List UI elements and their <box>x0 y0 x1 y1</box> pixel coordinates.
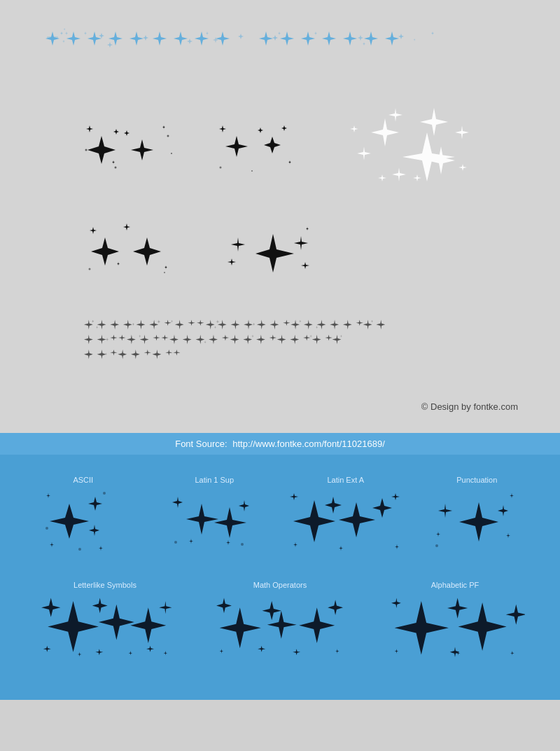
svg-marker-113 <box>330 320 339 330</box>
svg-marker-32 <box>385 32 399 46</box>
glyph-label-alphabeticpf: Alphabetic PF <box>431 581 479 589</box>
copyright-text: © Design by fontke.com <box>42 401 518 412</box>
glyph-label-latinexta: Latin Ext A <box>327 476 364 484</box>
svg-marker-128 <box>161 335 168 340</box>
svg-marker-109 <box>299 320 301 323</box>
svg-marker-108 <box>290 320 300 330</box>
svg-marker-53 <box>281 125 287 131</box>
svg-rect-4 <box>47 36 58 39</box>
svg-marker-44 <box>162 125 165 129</box>
svg-marker-94 <box>171 320 173 323</box>
svg-marker-20 <box>213 37 218 43</box>
svg-marker-37 <box>414 39 416 41</box>
svg-marker-110 <box>304 320 313 330</box>
svg-marker-2 <box>60 32 63 35</box>
svg-marker-29 <box>358 35 363 41</box>
svg-marker-171 <box>189 539 193 544</box>
svg-marker-117 <box>371 320 373 323</box>
svg-marker-199 <box>146 646 154 652</box>
svg-marker-141 <box>290 335 299 345</box>
svg-marker-210 <box>293 649 300 655</box>
svg-marker-169 <box>172 497 183 508</box>
glyph-cell-latinexta: Latin Ext A <box>284 476 408 560</box>
svg-marker-213 <box>395 601 449 654</box>
svg-point-56 <box>251 170 253 172</box>
svg-marker-142 <box>303 335 310 340</box>
svg-marker-140 <box>277 335 286 345</box>
svg-marker-139 <box>270 335 276 340</box>
svg-marker-176 <box>339 502 375 537</box>
svg-marker-112 <box>316 326 318 329</box>
glyph-label-mathoperators: Math Operators <box>253 581 307 589</box>
svg-marker-145 <box>325 335 332 340</box>
svg-marker-154 <box>144 350 151 355</box>
svg-marker-207 <box>216 598 232 614</box>
svg-marker-96 <box>188 320 195 326</box>
svg-marker-73 <box>117 262 120 266</box>
svg-marker-162 <box>50 542 54 547</box>
svg-marker-124 <box>127 335 136 345</box>
svg-marker-146 <box>332 335 342 345</box>
svg-marker-84 <box>92 320 94 323</box>
svg-marker-196 <box>159 601 172 614</box>
svg-marker-71 <box>90 227 97 234</box>
svg-marker-182 <box>339 546 343 551</box>
svg-marker-136 <box>243 335 252 345</box>
svg-marker-66 <box>458 164 467 171</box>
svg-marker-72 <box>123 223 130 230</box>
svg-marker-11 <box>107 42 113 48</box>
svg-marker-35 <box>431 32 434 35</box>
glyph-cell-mathoperators: Math Operators <box>196 581 364 665</box>
svg-marker-126 <box>139 335 141 338</box>
preview-row2-col1 <box>84 223 196 287</box>
svg-marker-138 <box>256 335 265 345</box>
svg-marker-21 <box>259 32 273 46</box>
svg-marker-115 <box>356 320 363 326</box>
svg-point-166 <box>103 492 106 495</box>
svg-marker-106 <box>270 320 279 330</box>
svg-marker-52 <box>258 128 263 133</box>
svg-marker-125 <box>140 335 149 345</box>
svg-marker-161 <box>46 493 50 498</box>
svg-marker-198 <box>95 649 103 655</box>
svg-marker-131 <box>196 335 205 345</box>
svg-point-76 <box>164 272 165 273</box>
svg-marker-51 <box>264 137 281 153</box>
svg-marker-216 <box>506 605 525 625</box>
svg-marker-58 <box>371 118 399 146</box>
glyph-grid-bottom: Letterlike Symbols <box>0 574 560 672</box>
svg-marker-68 <box>378 174 386 181</box>
svg-marker-149 <box>97 350 106 359</box>
svg-marker-17 <box>195 32 209 46</box>
svg-point-190 <box>435 544 438 547</box>
svg-marker-185 <box>438 504 452 518</box>
svg-marker-153 <box>131 350 140 359</box>
glyph-label-latin1sup: Latin 1 Sup <box>195 476 234 484</box>
svg-marker-9 <box>99 33 104 39</box>
svg-marker-129 <box>169 335 178 345</box>
svg-marker-97 <box>197 320 204 326</box>
svg-marker-202 <box>164 651 167 655</box>
svg-marker-40 <box>113 129 119 135</box>
svg-marker-93 <box>164 320 172 326</box>
svg-marker-200 <box>78 652 81 656</box>
bottom-section: Font Source: http://www.fontke.com/font/… <box>0 433 560 700</box>
svg-marker-8 <box>88 32 102 46</box>
svg-marker-195 <box>92 598 108 614</box>
svg-marker-65 <box>350 125 358 132</box>
svg-point-174 <box>241 543 244 546</box>
glyph-cell-alphabeticpf: Alphabetic PF <box>371 581 539 665</box>
svg-marker-23 <box>280 32 294 46</box>
svg-marker-77 <box>255 234 294 273</box>
svg-marker-178 <box>372 498 392 518</box>
svg-point-164 <box>46 527 48 530</box>
svg-marker-27 <box>322 32 336 46</box>
svg-marker-212 <box>335 649 339 653</box>
svg-marker-42 <box>131 139 153 160</box>
svg-marker-119 <box>84 335 93 345</box>
svg-marker-183 <box>395 544 399 549</box>
svg-marker-78 <box>231 237 245 252</box>
svg-point-75 <box>89 268 91 270</box>
svg-marker-39 <box>86 125 93 132</box>
glyph-preview-alphabeticpf <box>371 595 539 665</box>
